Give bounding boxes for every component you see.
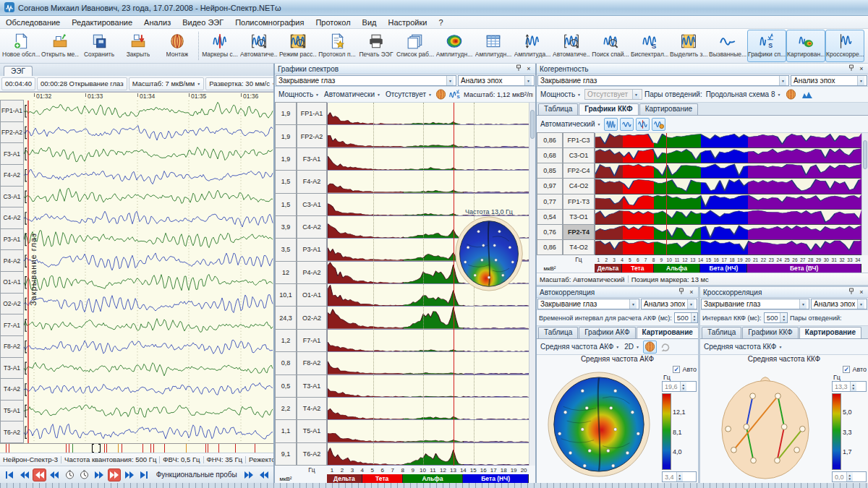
timeline-ruler-strip[interactable] [0, 483, 868, 488]
skip-first-icon[interactable] [3, 468, 17, 481]
coherence-pair-label[interactable]: T3-O1 [563, 209, 595, 225]
eeg-channel-label[interactable]: C3-A1 [0, 186, 24, 208]
menu-item[interactable]: Редактирование [66, 17, 138, 27]
eeg-channel-label[interactable]: O2-A2 [0, 293, 24, 315]
coherence-tab[interactable]: Таблица [538, 103, 578, 115]
spectra-row-plot[interactable] [328, 330, 529, 352]
crosscorrelation-tab[interactable]: Картирование [799, 327, 861, 338]
eeg-channel-label[interactable]: F4-A2 [0, 164, 24, 187]
coherence-pair-label[interactable]: T4-O2 [563, 239, 595, 255]
coherence-row-plot[interactable] [595, 163, 861, 179]
menu-item[interactable]: Настройки [382, 17, 433, 27]
toolbar-button[interactable]: SГрафики сп... [747, 30, 786, 62]
spectra-row-plot[interactable] [328, 125, 529, 147]
spectra-channel-label[interactable]: T6-A2 [297, 442, 327, 466]
coherence-marker-line[interactable] [666, 133, 667, 255]
spectra-channel-label[interactable]: F4-A2 [297, 170, 327, 193]
menu-item[interactable]: Обследование [0, 17, 66, 27]
close-icon[interactable]: × [858, 288, 865, 296]
kkf-scale-min-spinner[interactable]: 0,0▲▼ [832, 471, 867, 482]
forward-icon[interactable] [93, 468, 106, 481]
spectra-row-plot[interactable] [328, 398, 529, 420]
kkf-interval-spinner[interactable]: 500 ▲▼ [764, 312, 788, 323]
eeg-channel-label[interactable]: T3-A1 [0, 357, 24, 380]
spinner-arrows-icon[interactable]: ▲▼ [780, 313, 786, 322]
spectra-channel-label[interactable]: FP1-A1 [297, 102, 327, 125]
head-map-icon[interactable] [643, 341, 657, 354]
spectra-row-plot[interactable] [328, 307, 529, 329]
eeg-channel-label[interactable]: C4-A2 [0, 207, 24, 229]
spectra-channel-label[interactable]: T5-A1 [297, 419, 327, 442]
eeg-channel-label[interactable]: T5-A1 [0, 400, 24, 422]
coherence-row-plot[interactable] [595, 133, 861, 148]
spectra-artifact-select[interactable]: Отсутствует▼ [384, 90, 433, 98]
eeg-channel-label[interactable]: F3-A1 [0, 142, 24, 165]
toolbar-button[interactable]: Открыть ме... [41, 30, 80, 62]
menu-item[interactable]: Анализ [138, 17, 176, 27]
eeg-trace-area[interactable]: 01:3201:3301:3401:3501:36 Закрывание гла… [24, 93, 273, 443]
coherence-view-button-3[interactable] [636, 118, 650, 131]
kkf-metric-select[interactable]: Средняя частота ККФ▼ [702, 343, 783, 351]
coherence-row-plot[interactable] [595, 194, 861, 210]
eeg-channel-label[interactable]: F8-A2 [0, 335, 24, 358]
coherence-row-plot[interactable] [595, 148, 861, 163]
eeg-overview-strip[interactable] [0, 443, 273, 453]
eeg-channel-label[interactable]: F7-A1 [0, 314, 24, 336]
coherence-tab[interactable]: Графики ККФ [579, 103, 638, 115]
coherence-plots[interactable] [595, 133, 861, 255]
eeg-scale-select[interactable]: Масштаб: 7 мкВ/мм ▼ [129, 77, 205, 90]
kkf-analysis-select[interactable]: Анализ эпох▼ [811, 299, 867, 309]
coherence-view-button-2[interactable] [620, 118, 634, 131]
timer-back-icon[interactable] [63, 468, 77, 481]
spectra-analysis-select[interactable]: Анализ эпох▼ [458, 75, 535, 86]
timer-forward-icon[interactable] [77, 468, 91, 481]
spectra-channel-label[interactable]: T4-A2 [297, 397, 327, 420]
toolbar-button[interactable]: Автоматиче... [239, 30, 278, 62]
toolbar-button[interactable]: Протокол п... [318, 30, 357, 62]
spectra-channel-label[interactable]: C4-A2 [297, 215, 327, 239]
autocorrelation-tab[interactable]: Таблица [538, 327, 578, 338]
coherence-pair-label[interactable]: C3-O1 [563, 147, 595, 163]
eeg-channel-label[interactable]: P4-A2 [0, 249, 24, 272]
spectra-channel-label[interactable]: F8-A2 [297, 351, 327, 374]
spectra-channel-label[interactable]: F7-A1 [297, 329, 327, 352]
rewind-icon[interactable] [48, 468, 61, 481]
spectra-channel-label[interactable]: T3-A1 [297, 374, 327, 398]
toolbar-button[interactable]: Монтаж [158, 30, 197, 62]
spectra-channel-label[interactable]: F3-A1 [297, 147, 327, 171]
toolbar-button[interactable]: Кросскорре... [825, 30, 864, 62]
coherence-row-plot[interactable] [595, 179, 861, 194]
coherence-view-button-1[interactable] [604, 118, 618, 131]
coherence-row-plot[interactable] [595, 225, 861, 240]
toolbar-button[interactable]: Амплитудн... [474, 30, 513, 62]
spectra-scrollbar[interactable] [529, 103, 535, 466]
toolbar-button[interactable]: Амплитудн... [435, 30, 474, 62]
toolbar-button[interactable]: Печать ЭЭГ [357, 30, 396, 62]
toolbar-button[interactable]: Вызванные... [708, 30, 747, 62]
kkf-epoch-select[interactable]: Закрывание глаз▼ [701, 299, 809, 309]
spectra-row-plot[interactable] [328, 171, 529, 193]
spectra-row-plot[interactable] [328, 420, 529, 442]
coherence-view-button-4[interactable] [652, 118, 665, 131]
toolbar-button[interactable]: Список раб... [396, 30, 435, 62]
close-icon[interactable]: × [525, 65, 532, 72]
head-map-icon[interactable] [784, 88, 798, 101]
next-probe-icon[interactable] [242, 468, 256, 481]
coherence-row-plot[interactable] [595, 210, 861, 225]
kkf-scale-max-spinner[interactable]: 13,3▲▼ [832, 381, 867, 392]
spectra-channel-label[interactable]: O1-A1 [297, 283, 327, 307]
fast-forward-icon[interactable] [122, 468, 136, 481]
spectra-scalemode-select[interactable]: Автоматически▼ [323, 90, 382, 98]
akf-scale-min-spinner[interactable]: 3,4▲▼ [662, 471, 697, 482]
spectra-channel-label[interactable]: P3-A1 [297, 238, 327, 261]
akf-dimension-select[interactable]: 2D▼ [623, 343, 641, 351]
coherence-pair-label[interactable]: FP2-T4 [563, 224, 595, 240]
akf-epoch-select[interactable]: Закрывание глаз▼ [537, 299, 639, 309]
toolbar-button[interactable]: Новое обсл... [1, 30, 41, 62]
akf-interval-spinner[interactable]: 500 ▲▼ [674, 312, 698, 323]
coherence-power-select[interactable]: Мощность▼ [539, 90, 582, 98]
eeg-channel-label[interactable]: O1-A1 [0, 271, 24, 294]
menu-item[interactable]: Протокол [310, 17, 356, 27]
toolbar-button[interactable]: Выделить з... [669, 30, 708, 62]
akf-metric-select[interactable]: Средняя частота АКФ▼ [539, 343, 621, 351]
